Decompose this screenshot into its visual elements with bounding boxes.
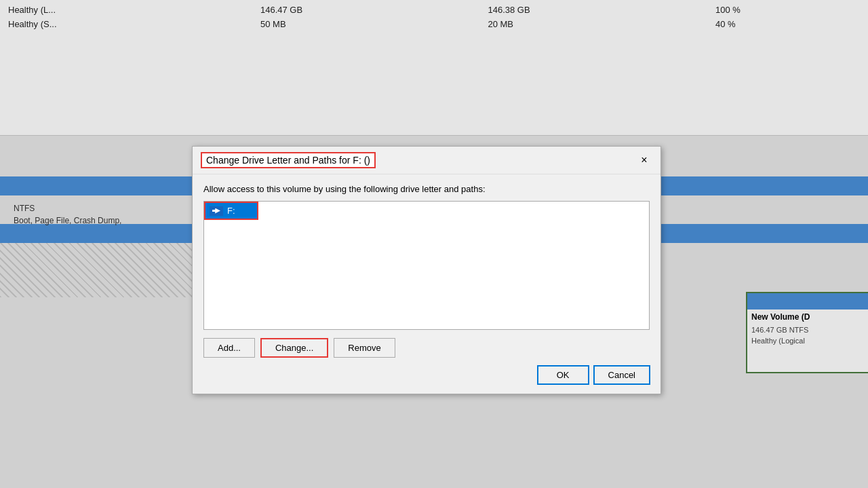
change-drive-letter-dialog: Change Drive Letter and Paths for F: () …: [192, 146, 661, 394]
dialog-description: Allow access to this volume by using the…: [203, 184, 650, 194]
close-button[interactable]: ×: [636, 152, 652, 168]
listbox-item-f[interactable]: F:: [204, 202, 258, 220]
drive-path-listbox[interactable]: F:: [203, 201, 650, 330]
drive-icon: [210, 206, 223, 216]
ok-cancel-row: OK Cancel: [203, 366, 650, 384]
ok-button[interactable]: OK: [538, 366, 589, 384]
dialog-body: Allow access to this volume by using the…: [193, 174, 660, 394]
action-buttons-row: Add... Change... Remove: [203, 338, 650, 358]
dialog-title: Change Drive Letter and Paths for F: (): [201, 152, 376, 168]
add-button[interactable]: Add...: [203, 338, 255, 358]
dialog-titlebar: Change Drive Letter and Paths for F: () …: [193, 147, 660, 174]
remove-button[interactable]: Remove: [334, 338, 395, 358]
cancel-button[interactable]: Cancel: [594, 366, 650, 384]
listbox-item-label: F:: [227, 206, 235, 216]
change-button[interactable]: Change...: [260, 338, 328, 358]
